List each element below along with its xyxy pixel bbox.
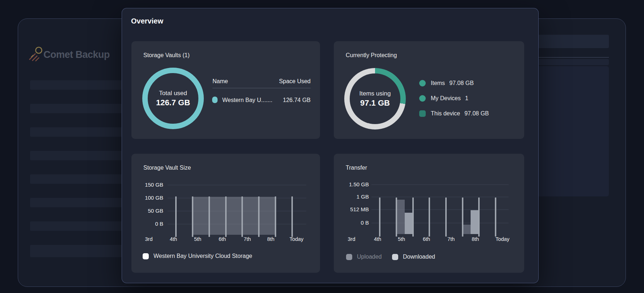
- downloaded-bar: [405, 213, 413, 234]
- legend-square-icon: [143, 253, 149, 259]
- x-tick: [291, 196, 293, 237]
- card-title: Transfer: [346, 165, 367, 171]
- x-tick: [396, 198, 397, 237]
- legend-item-vault[interactable]: Western Bay University Cloud Storage: [143, 253, 252, 259]
- legend-value: 97.08 GB: [464, 110, 489, 117]
- legend-item-downloaded[interactable]: Downloaded: [392, 254, 435, 260]
- x-tick: [478, 198, 480, 237]
- x-tick: [379, 198, 380, 237]
- legend-label: Downloaded: [403, 254, 435, 260]
- vault-size-area-series: [192, 197, 275, 235]
- card-title: Storage Vaults (1): [143, 52, 190, 59]
- donut-center-label: Items using: [359, 90, 391, 97]
- card-title: Storage Vault Size: [143, 165, 191, 171]
- legend-value: 1: [465, 95, 468, 102]
- vault-table-divider: [212, 88, 311, 88]
- y-axis-label: 1.50 GB: [334, 181, 369, 187]
- y-axis-label: 150 GB: [131, 182, 163, 188]
- x-axis-label: 5th: [187, 236, 209, 242]
- vault-size-plot: [168, 185, 306, 235]
- x-tick: [175, 196, 177, 237]
- x-axis-label: 7th: [440, 236, 462, 242]
- legend-label: Western Bay University Cloud Storage: [153, 253, 252, 259]
- comet-logo-icon: [28, 46, 44, 62]
- legend-item-items[interactable]: Items 97.08 GB: [419, 80, 517, 87]
- card-transfer: Transfer 1.50 GB 1 GB 512 MB 0 B 3rd: [334, 154, 524, 273]
- x-tick: [209, 196, 210, 237]
- x-tick: [412, 198, 414, 237]
- storage-vaults-donut: Total used 126.7 GB: [142, 68, 204, 129]
- x-tick: [495, 198, 496, 237]
- donut-center-label: Total used: [159, 90, 187, 97]
- legend-square-icon: [392, 254, 398, 260]
- legend-label: My Devices: [431, 95, 461, 102]
- x-axis-label: 8th: [260, 236, 282, 242]
- legend-square-icon: [346, 254, 352, 260]
- y-axis-label: 50 GB: [131, 208, 163, 214]
- vault-table-row[interactable]: Western Bay U....... 126.74 GB: [212, 95, 311, 105]
- transfer-plot: [371, 184, 509, 234]
- comet-logo-text: Comet Backup: [43, 49, 110, 60]
- donut-center-value: 97.1 GB: [360, 98, 390, 108]
- card-title: Currently Protecting: [346, 52, 397, 59]
- x-axis-label: 7th: [236, 236, 258, 242]
- x-tick: [445, 198, 447, 237]
- vault-table-header-space: Space Used: [212, 78, 311, 85]
- legend-square-icon: [419, 110, 426, 117]
- legend-dot-icon: [419, 80, 426, 86]
- vault-space-used: 126.74 GB: [222, 97, 311, 103]
- legend-item-uploaded[interactable]: Uploaded: [346, 254, 382, 260]
- y-axis-label: 512 MB: [334, 206, 369, 212]
- x-tick: [429, 198, 430, 237]
- currently-protecting-donut: Items using 97.1 GB: [344, 68, 406, 129]
- x-axis-label: Today: [492, 236, 513, 242]
- legend-item-this-device[interactable]: This device 97.08 GB: [419, 110, 517, 117]
- y-axis-label: 0 B: [334, 220, 369, 226]
- uploaded-bar: [396, 200, 405, 234]
- x-axis-label: 3rd: [138, 236, 160, 242]
- x-axis-label: 4th: [163, 236, 184, 242]
- x-tick: [462, 198, 463, 237]
- x-tick: [192, 196, 193, 237]
- x-axis-label: 6th: [416, 236, 437, 242]
- x-tick: [258, 196, 260, 237]
- donut-center-value: 126.7 GB: [156, 98, 190, 107]
- legend-dot-icon: [419, 95, 426, 102]
- card-storage-vaults: Storage Vaults (1) Total used 126.7 GB N…: [131, 41, 320, 139]
- y-axis-label: 100 GB: [131, 195, 163, 201]
- vault-color-dot-icon: [212, 97, 218, 103]
- x-tick: [225, 196, 227, 237]
- legend-label: Items: [431, 80, 445, 86]
- x-tick: [241, 196, 243, 237]
- x-axis-label: 6th: [211, 236, 233, 242]
- y-axis-label: 1 GB: [334, 194, 369, 200]
- x-axis-label: 3rd: [341, 236, 362, 242]
- uploaded-bar: [463, 225, 471, 234]
- y-axis-label: 0 B: [131, 221, 163, 227]
- x-axis-label: 8th: [464, 236, 486, 242]
- x-axis-label: Today: [286, 236, 307, 242]
- overview-modal: Overview Storage Vaults (1) Total used 1…: [122, 8, 539, 283]
- x-tick: [275, 196, 276, 237]
- card-storage-vault-size: Storage Vault Size 150 GB 100 GB 50 GB 0…: [131, 154, 320, 273]
- x-axis-label: 5th: [391, 236, 412, 242]
- x-axis-label: 4th: [367, 236, 388, 242]
- legend-value: 97.08 GB: [449, 80, 474, 86]
- legend-label: This device: [431, 110, 460, 117]
- legend-label: Uploaded: [357, 254, 382, 260]
- card-currently-protecting: Currently Protecting Items using 97.1 GB…: [334, 41, 524, 139]
- modal-title: Overview: [131, 17, 163, 25]
- downloaded-bar: [471, 210, 479, 234]
- legend-item-my-devices[interactable]: My Devices 1: [419, 95, 517, 102]
